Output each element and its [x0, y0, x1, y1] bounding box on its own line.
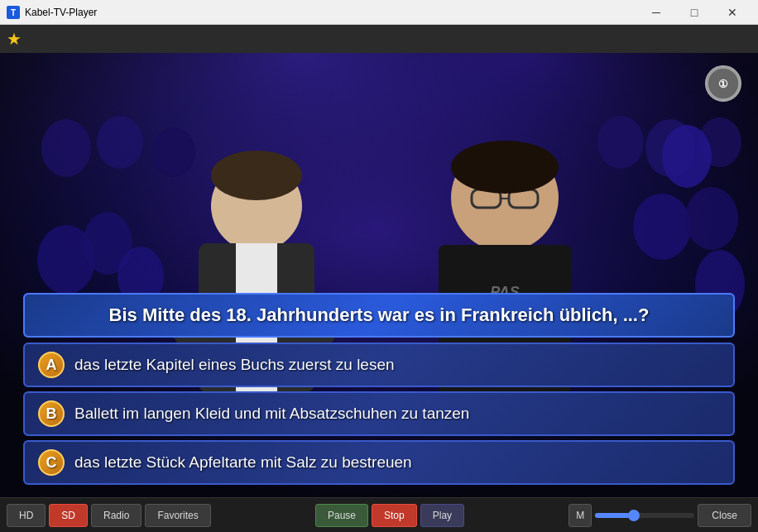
star-bar: ★ — [0, 25, 758, 53]
titlebar-controls: ─ □ ✕ — [637, 0, 751, 25]
answer-text-b: Ballett im langen Kleid und mit Absatzsc… — [74, 405, 469, 423]
quiz-answer-a: A das letzte Kapitel eines Buchs zuerst … — [23, 343, 735, 387]
titlebar: T Kabel-TV-Player ─ □ ✕ — [0, 0, 758, 25]
window-close-button[interactable]: ✕ — [713, 0, 751, 25]
svg-text:T: T — [11, 8, 16, 17]
svg-point-8 — [597, 116, 644, 169]
svg-point-7 — [152, 127, 195, 177]
quiz-answer-b: B Ballett im langen Kleid und mit Absatz… — [23, 391, 735, 436]
svg-point-12 — [633, 194, 691, 260]
mute-button[interactable]: M — [568, 504, 592, 527]
quiz-question: Bis Mitte des 18. Jahrhunderts war es in… — [23, 293, 735, 338]
svg-point-6 — [97, 116, 143, 169]
app-icon: T — [7, 6, 20, 19]
quiz-overlay: Bis Mitte des 18. Jahrhunderts war es in… — [23, 293, 735, 489]
stop-button[interactable]: Stop — [372, 504, 417, 527]
answer-letter-b: B — [38, 400, 65, 427]
favorites-button[interactable]: Favorites — [145, 504, 210, 527]
svg-text:①: ① — [718, 78, 728, 90]
maximize-button[interactable]: □ — [675, 0, 713, 25]
answer-letter-c: C — [38, 449, 65, 476]
volume-thumb[interactable] — [628, 510, 640, 521]
radio-button[interactable]: Radio — [91, 504, 142, 527]
sd-button[interactable]: SD — [49, 504, 88, 527]
svg-point-34 — [451, 141, 559, 194]
answer-text-c: das letzte Stück Apfeltarte mit Salz zu … — [74, 453, 412, 472]
close-button[interactable]: Close — [698, 504, 751, 527]
svg-point-33 — [211, 151, 302, 200]
control-bar: HD SD Radio Favorites Pause Stop Play M … — [0, 497, 758, 532]
svg-point-5 — [41, 119, 91, 177]
video-area: PAS GELD ① Bis Mitte des 18. Jahrhunder — [0, 53, 758, 497]
window-title: Kabel-TV-Player — [25, 7, 97, 18]
volume-fill — [595, 513, 630, 518]
svg-point-13 — [685, 187, 738, 250]
play-button[interactable]: Play — [420, 504, 464, 527]
volume-slider[interactable] — [595, 513, 694, 518]
svg-point-11 — [662, 125, 712, 188]
answer-letter-a: A — [38, 352, 65, 378]
titlebar-left: T Kabel-TV-Player — [7, 6, 97, 19]
volume-section: M — [568, 504, 694, 527]
hd-button[interactable]: HD — [7, 504, 46, 527]
quiz-answer-c: C das letzte Stück Apfeltarte mit Salz z… — [23, 440, 735, 485]
favorite-star-icon[interactable]: ★ — [7, 29, 22, 49]
ard-logo: ① — [705, 65, 741, 102]
pause-button[interactable]: Pause — [315, 504, 368, 527]
answer-text-a: das letzte Kapitel eines Buchs zuerst zu… — [74, 356, 395, 374]
minimize-button[interactable]: ─ — [637, 0, 675, 25]
